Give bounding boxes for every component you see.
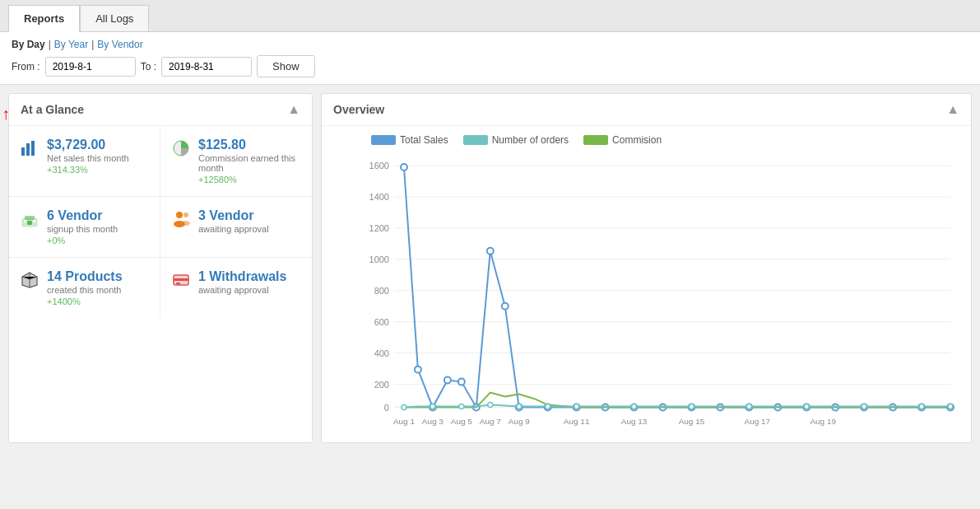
svg-point-11 [183,212,188,217]
svg-rect-6 [27,221,32,225]
glance-cell-vendor-approval: 3 Vendor awaiting approval [160,197,312,258]
svg-text:800: 800 [374,286,389,296]
sales-change: +314.33% [47,165,129,175]
commission-change: +12580% [198,175,300,184]
vendor-signup-change: +0% [47,236,118,245]
svg-point-82 [948,404,953,409]
vendor-icon [21,210,39,233]
glance-cell-commission: $125.80 Commission earned this month +12… [160,126,312,197]
tab-all-logs[interactable]: All Logs [80,5,149,31]
vendor-approval-sub: awaiting approval [198,224,269,234]
filter-by-day[interactable]: By Day [12,39,45,50]
svg-text:0: 0 [384,403,389,413]
svg-rect-8 [33,220,35,222]
svg-text:Aug 3: Aug 3 [422,417,444,426]
svg-point-70 [430,404,435,409]
glance-cell-sales: $3,729.00 Net sales this month +314.33% [9,126,160,197]
svg-text:1400: 1400 [369,192,389,202]
vendor-signup-sub: signup this month [47,224,118,234]
legend-swatch-green [583,135,608,145]
legend-total-sales: Total Sales [371,134,448,146]
overview-title: Overview [333,103,384,116]
bar-chart-icon [21,139,39,162]
svg-rect-2 [31,141,35,156]
svg-text:1600: 1600 [369,161,389,170]
products-value: 14 Products [47,269,123,284]
toolbar: By Day | By Year | By Vendor From : To :… [0,32,980,85]
svg-text:200: 200 [374,380,389,390]
glance-panel: At a Glance ▲ $3,729.00 Net sales this m… [8,93,313,443]
legend-label-sales: Total Sales [400,134,448,146]
glance-info-sales: $3,729.00 Net sales this month +314.33% [47,138,129,175]
person-icon [172,210,190,233]
box-icon [21,271,39,294]
from-label: From : [12,61,40,72]
withdrawals-sub: awaiting approval [198,285,286,295]
svg-text:600: 600 [374,317,389,327]
glance-info-vendor-approval: 3 Vendor awaiting approval [198,208,269,234]
vendor-approval-value: 3 Vendor [198,208,269,223]
svg-text:Aug 13: Aug 13 [621,417,648,426]
to-label: To : [141,61,156,72]
svg-text:1000: 1000 [369,254,389,264]
glance-info-products: 14 Products created this month +1400% [47,269,123,306]
svg-point-71 [459,404,464,409]
svg-point-51 [487,248,494,254]
svg-point-80 [862,404,866,409]
svg-rect-0 [21,147,25,156]
tab-reports[interactable]: Reports [8,5,80,32]
commission-value: $125.80 [198,138,300,152]
svg-text:Aug 19: Aug 19 [810,417,836,426]
sales-sub: Net sales this month [47,153,129,163]
svg-text:Aug 1: Aug 1 [393,417,416,426]
svg-point-49 [458,379,465,385]
svg-text:Aug 17: Aug 17 [745,417,771,426]
from-date-input[interactable] [45,57,136,77]
filter-by-vendor[interactable]: By Vendor [97,39,142,50]
svg-point-72 [488,403,493,408]
annotation-arrow: ↑ [2,105,10,124]
svg-text:1200: 1200 [369,223,389,233]
glance-cell-vendor-signup: 6 Vendor signup this month +0% [9,197,160,258]
products-change: +1400% [47,297,123,306]
svg-rect-5 [25,216,35,220]
overview-panel: Overview ▲ Total Sales Number of orders … [321,93,972,443]
svg-point-46 [415,367,421,373]
svg-point-73 [517,404,522,409]
svg-point-75 [574,404,579,409]
glance-grid: $3,729.00 Net sales this month +314.33% … [9,126,312,318]
svg-rect-1 [26,143,30,156]
svg-point-77 [689,404,694,409]
to-date-input[interactable] [161,57,252,77]
withdrawals-value: 1 Withdrawals [198,269,286,284]
glance-collapse-icon[interactable]: ▲ [287,102,300,117]
svg-text:400: 400 [374,348,389,358]
overview-collapse-icon[interactable]: ▲ [946,102,959,117]
svg-point-78 [746,404,751,409]
svg-text:Aug 5: Aug 5 [451,417,473,426]
glance-info-withdrawals: 1 Withdrawals awaiting approval [198,269,286,295]
legend-label-orders: Number of orders [492,134,569,146]
credit-card-icon [172,271,190,294]
legend-commission: Commision [583,134,662,146]
svg-rect-15 [174,278,188,281]
svg-point-48 [444,377,451,384]
glance-cell-withdrawals: 1 Withdrawals awaiting approval [160,258,312,318]
legend-swatch-blue [371,135,396,145]
chart-legend: Total Sales Number of orders Commision [322,126,971,146]
svg-point-9 [176,212,183,218]
svg-text:Aug 15: Aug 15 [679,417,705,426]
sales-value: $3,729.00 [47,138,129,152]
svg-text:Aug 9: Aug 9 [509,417,531,426]
svg-point-45 [401,164,407,170]
glance-info-vendor-signup: 6 Vendor signup this month +0% [47,208,118,245]
legend-swatch-teal [463,135,488,145]
vendor-signup-value: 6 Vendor [47,208,118,223]
glance-cell-products: 14 Products created this month +1400% [9,258,160,318]
overview-chart: 1600 1400 1200 1000 800 600 400 200 0 [363,154,954,434]
filter-by-year[interactable]: By Year [54,39,88,50]
glance-title: At a Glance [21,103,84,116]
show-button[interactable]: Show [257,55,315,77]
chart-area: 1600 1400 1200 1000 800 600 400 200 0 [322,146,971,442]
tab-bar: Reports All Logs [0,0,980,32]
